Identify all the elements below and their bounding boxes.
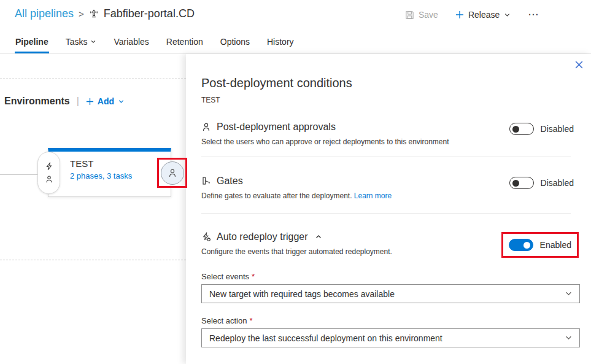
save-icon xyxy=(405,10,414,20)
save-label: Save xyxy=(419,10,438,20)
save-button[interactable]: Save xyxy=(405,10,438,20)
section-post-deployment-approvals: Post-deployment approvals Select the use… xyxy=(201,122,487,146)
close-icon[interactable] xyxy=(573,58,585,71)
tab-pipeline[interactable]: Pipeline xyxy=(15,34,49,53)
breadcrumb-all-pipelines-link[interactable]: All pipelines xyxy=(15,7,74,20)
plus-icon xyxy=(455,10,464,19)
chevron-down-icon xyxy=(90,39,96,45)
select-action-dropdown[interactable]: Redeploy the last successful deployment … xyxy=(201,328,580,347)
person-icon xyxy=(45,175,53,184)
lightning-icon xyxy=(45,162,53,171)
required-asterisk: * xyxy=(252,272,255,281)
tab-bar: Pipeline Tasks Variables Retention Optio… xyxy=(0,34,591,54)
toggle-state-label: Enabled xyxy=(540,240,571,250)
panel-title: Post-deployment conditions xyxy=(201,76,352,90)
person-icon xyxy=(201,122,211,132)
person-icon xyxy=(168,168,177,178)
tab-variables[interactable]: Variables xyxy=(113,34,149,53)
canvas-dashed-border xyxy=(0,260,186,260)
select-events-label: Select events* xyxy=(201,272,255,281)
breadcrumb: All pipelines > Fabfiber-portal.CD xyxy=(15,7,195,20)
section-gates: Gates Define gates to evaluate after the… xyxy=(201,176,487,200)
toggle-state-label: Disabled xyxy=(541,124,574,134)
learn-more-link[interactable]: Learn more xyxy=(354,192,392,200)
release-button[interactable]: Release xyxy=(455,10,511,20)
canvas-dashed-border xyxy=(0,79,186,79)
environment-connector-line xyxy=(0,174,39,175)
tab-history[interactable]: History xyxy=(266,34,295,53)
selected-value: Redeploy the last successful deployment … xyxy=(209,333,442,343)
command-bar: Save Release ⋯ xyxy=(405,9,539,21)
tab-options[interactable]: Options xyxy=(220,34,250,53)
chevron-down-icon xyxy=(118,98,125,105)
section-description: Configure the events that trigger automa… xyxy=(201,247,487,256)
environments-header: Environments | Add xyxy=(4,96,125,107)
auto-redeploy-toggle[interactable] xyxy=(509,239,533,251)
chevron-down-icon xyxy=(504,12,511,18)
select-action-label: Select action* xyxy=(201,316,253,325)
gate-icon xyxy=(201,176,211,186)
gates-toggle[interactable] xyxy=(509,177,534,189)
chevron-down-icon xyxy=(565,290,573,298)
post-deployment-conditions-panel: Post-deployment conditions TEST Post-dep… xyxy=(186,54,591,364)
pre-deployment-conditions-badge[interactable] xyxy=(37,152,60,194)
pipeline-name: Fabfiber-portal.CD xyxy=(104,7,195,20)
chevron-up-icon[interactable] xyxy=(315,233,322,241)
section-auto-redeploy-trigger: Auto redeploy trigger Configure the even… xyxy=(201,231,487,256)
release-label: Release xyxy=(468,10,500,20)
add-environment-button[interactable]: Add xyxy=(86,96,125,106)
environment-card-test[interactable]: TEST 2 phases, 3 tasks xyxy=(48,148,171,197)
environment-name: TEST xyxy=(70,158,166,169)
enabled-toggle-highlight-box: Enabled xyxy=(501,232,579,258)
environments-label: Environments xyxy=(4,96,70,107)
section-title: Auto redeploy trigger xyxy=(217,231,308,242)
section-divider xyxy=(201,213,571,214)
toggle-state-label: Disabled xyxy=(541,178,574,188)
header-divider: | xyxy=(77,96,79,107)
breadcrumb-separator: > xyxy=(79,9,84,19)
section-description: Select the users who can approve or reje… xyxy=(201,137,487,146)
post-deployment-conditions-button[interactable] xyxy=(161,161,184,185)
chevron-down-icon xyxy=(565,334,573,342)
select-events-dropdown[interactable]: New target with required tags becomes av… xyxy=(201,284,580,303)
required-asterisk: * xyxy=(249,316,252,325)
pipeline-canvas: Environments | Add TEST 2 phases, 3 task… xyxy=(0,54,186,364)
plus-icon xyxy=(86,98,94,106)
gates-toggle-group: Disabled xyxy=(509,177,574,189)
lightning-gear-icon xyxy=(201,232,211,242)
selected-value: New target with required tags becomes av… xyxy=(209,289,395,299)
release-pipeline-icon xyxy=(89,9,99,19)
panel-subtitle: TEST xyxy=(201,96,220,104)
section-title: Gates xyxy=(217,176,243,187)
section-description: Define gates to evaluate after the deplo… xyxy=(201,192,352,200)
tab-retention[interactable]: Retention xyxy=(166,34,204,53)
approvals-toggle[interactable] xyxy=(509,123,534,135)
more-options-button[interactable]: ⋯ xyxy=(528,9,539,21)
tab-tasks[interactable]: Tasks xyxy=(65,34,98,53)
section-divider xyxy=(201,157,571,157)
environment-tasks-link[interactable]: 2 phases, 3 tasks xyxy=(70,171,132,180)
approvals-toggle-group: Disabled xyxy=(509,123,574,135)
section-title: Post-deployment approvals xyxy=(217,122,336,133)
